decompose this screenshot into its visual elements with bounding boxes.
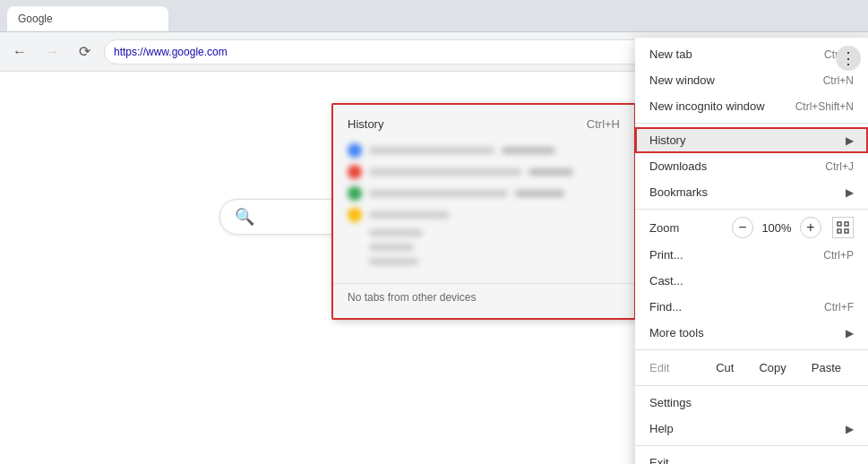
menu-divider-1: [635, 123, 868, 124]
menu-item-new-incognito[interactable]: New incognito window Ctrl+Shift+N: [635, 93, 868, 119]
history-avatar-3: [348, 186, 362, 201]
history-item-5: [348, 229, 620, 236]
menu-item-exit[interactable]: Exit: [635, 450, 868, 464]
three-dots-button[interactable]: ⋮: [836, 46, 861, 71]
history-item-4: [348, 208, 620, 222]
tab-area: Google: [7, 0, 168, 31]
menu-label-more-tools: More tools: [649, 326, 704, 339]
menu-shortcut-find: Ctrl+F: [824, 301, 854, 314]
zoom-controls: − 100% +: [732, 217, 854, 238]
copy-button[interactable]: Copy: [746, 357, 798, 378]
menu-item-print[interactable]: Print... Ctrl+P: [635, 242, 868, 268]
svg-rect-3: [845, 229, 848, 233]
history-item-2: [348, 165, 620, 179]
menu-label-find: Find...: [649, 300, 682, 314]
menu-item-settings[interactable]: Settings: [635, 390, 868, 416]
menu-arrow-history: ▶: [846, 134, 854, 147]
menu-shortcut-print: Ctrl+P: [823, 249, 854, 262]
history-item-7: [348, 258, 620, 265]
nav-buttons: ← → ⟳: [7, 39, 97, 64]
edit-row: Edit Cut Copy Paste: [635, 354, 868, 382]
menu-item-bookmarks[interactable]: Bookmarks ▶: [635, 179, 868, 205]
history-text-3: [369, 190, 508, 197]
history-item-3: [348, 186, 620, 201]
history-avatar-1: [348, 143, 362, 158]
active-tab[interactable]: Google: [7, 6, 168, 31]
history-text-1: [369, 147, 494, 154]
zoom-row: Zoom − 100% +: [635, 213, 868, 242]
zoom-minus-button[interactable]: −: [732, 217, 753, 238]
menu-label-cast: Cast...: [649, 274, 683, 288]
menu-label-downloads: Downloads: [649, 159, 707, 173]
edit-label: Edit: [649, 361, 703, 374]
menu-arrow-help: ▶: [846, 423, 854, 435]
menu-label-bookmarks: Bookmarks: [649, 185, 708, 199]
menu-label-new-incognito: New incognito window: [649, 99, 765, 113]
history-submenu-label: History: [348, 117, 383, 131]
paste-button[interactable]: Paste: [799, 357, 854, 378]
menu-arrow-bookmarks: ▶: [846, 186, 854, 199]
history-item-6: [348, 244, 620, 251]
menu-divider-4: [635, 385, 868, 386]
history-text-7: [369, 258, 418, 265]
tab-title: Google: [18, 13, 53, 25]
zoom-plus-button[interactable]: +: [800, 217, 821, 238]
history-avatar-4: [348, 208, 362, 222]
menu-label-help: Help: [649, 422, 674, 435]
menu-shortcut-new-window: Ctrl+N: [823, 74, 854, 87]
menu-item-more-tools[interactable]: More tools ▶: [635, 320, 868, 346]
menu-item-new-window[interactable]: New window Ctrl+N: [635, 67, 868, 93]
svg-rect-1: [845, 222, 848, 226]
menu-label-new-window: New window: [649, 73, 715, 87]
history-submenu-header: History Ctrl+H: [333, 112, 634, 136]
no-tabs-message: No tabs from other devices: [333, 283, 634, 311]
menu-shortcut-downloads: Ctrl+J: [825, 160, 854, 173]
menu-item-downloads[interactable]: Downloads Ctrl+J: [635, 153, 868, 179]
url-display: https://www.google.com: [114, 46, 228, 58]
menu-divider-2: [635, 209, 868, 210]
svg-rect-2: [838, 229, 841, 233]
menu-shortcut-new-incognito: Ctrl+Shift+N: [795, 100, 854, 113]
chrome-tab-bar: Google: [0, 0, 868, 32]
menu-label-exit: Exit: [649, 456, 669, 464]
history-item-1: [348, 143, 620, 158]
menu-divider-3: [635, 349, 868, 350]
menu-divider-5: [635, 445, 868, 446]
zoom-value: 100%: [761, 221, 793, 235]
history-date-2: [529, 168, 573, 176]
history-date-3: [515, 190, 564, 197]
history-submenu-panel: History Ctrl+H: [331, 103, 636, 320]
history-shortcut: Ctrl+H: [587, 117, 620, 131]
history-items-list: [333, 136, 634, 279]
svg-rect-0: [838, 222, 841, 226]
menu-item-find[interactable]: Find... Ctrl+F: [635, 294, 868, 320]
history-text-2: [369, 168, 521, 176]
menu-label-new-tab: New tab: [649, 47, 692, 61]
menu-arrow-more-tools: ▶: [846, 327, 854, 339]
reload-button[interactable]: ⟳: [72, 39, 97, 64]
menu-label-history: History: [649, 133, 685, 147]
menu-label-print: Print...: [649, 248, 683, 262]
fullscreen-button[interactable]: [832, 217, 854, 238]
search-icon: 🔍: [235, 207, 254, 227]
menu-item-cast[interactable]: Cast...: [635, 268, 868, 294]
zoom-label: Zoom: [649, 221, 732, 235]
history-text-6: [369, 244, 414, 251]
menu-item-history[interactable]: History ▶: [635, 127, 868, 153]
forward-button[interactable]: →: [39, 39, 64, 64]
history-text-4: [369, 211, 450, 219]
menu-item-new-tab[interactable]: New tab Ctrl+T: [635, 41, 868, 67]
chrome-menu: New tab Ctrl+T New window Ctrl+N New inc…: [635, 38, 868, 464]
menu-label-settings: Settings: [649, 396, 692, 409]
history-date-1: [502, 147, 555, 154]
back-button[interactable]: ←: [7, 39, 32, 64]
history-text-5: [369, 229, 423, 236]
cut-button[interactable]: Cut: [703, 357, 746, 378]
menu-item-help[interactable]: Help ▶: [635, 416, 868, 442]
history-avatar-2: [348, 165, 362, 179]
